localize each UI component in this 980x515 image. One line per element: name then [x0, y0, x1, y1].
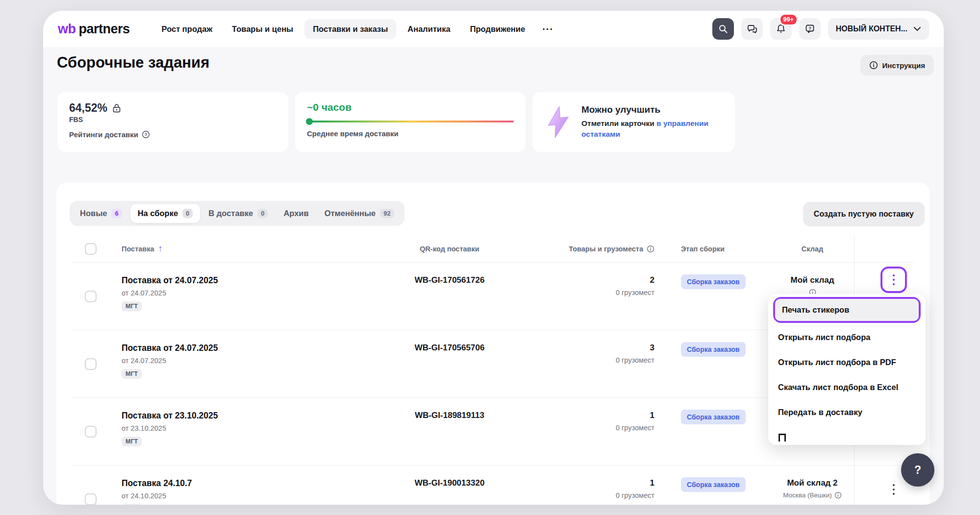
- supply-qr-code: WB-GI-189819113: [376, 398, 523, 465]
- warehouse-location: Москва (Вешки): [783, 491, 832, 499]
- row-actions-kebab-highlighted[interactable]: [880, 267, 907, 293]
- warehouse-name: Мой склад 2: [771, 478, 854, 488]
- support-button[interactable]: ?: [799, 18, 821, 40]
- lock-icon: [112, 103, 122, 114]
- tab-new[interactable]: Новые 6: [73, 204, 129, 223]
- tab-cancelled-count: 92: [380, 209, 394, 218]
- supply-title[interactable]: Поставка от 24.07.2025: [122, 275, 376, 286]
- column-qr: QR-код поставки: [376, 245, 523, 253]
- stage-badge: Сборка заказов: [681, 274, 746, 289]
- stat-cards: 64,52% FBS Рейтинги доставки ? ~0 часов …: [57, 92, 735, 152]
- nav-analytics[interactable]: Аналитика: [399, 19, 458, 39]
- page-title: Сборочные задания: [57, 54, 209, 72]
- info-circle-icon[interactable]: [834, 491, 842, 499]
- nav-more-button[interactable]: ···: [536, 18, 559, 40]
- chevron-down-icon: [913, 26, 921, 31]
- supply-title[interactable]: Поставка от 24.07.2025: [122, 343, 376, 353]
- row-checkbox[interactable]: [85, 291, 97, 302]
- chat-icon: [747, 24, 757, 34]
- delivery-time-scale: [307, 121, 514, 123]
- wb-partners-logo[interactable]: wbpartners: [58, 22, 130, 37]
- sort-asc-icon[interactable]: ↑: [158, 244, 163, 254]
- svg-text:?: ?: [808, 26, 811, 31]
- floating-help-button[interactable]: ?: [901, 453, 934, 487]
- nav-sales-growth[interactable]: Рост продаж: [153, 19, 221, 39]
- delivery-time-caption: Среднее время доставки: [307, 129, 399, 138]
- row-actions-kebab[interactable]: [880, 476, 907, 503]
- info-circle-icon: [869, 61, 878, 70]
- menu-item-download-picklist-excel[interactable]: Скачать лист подбора в Excel: [768, 375, 926, 400]
- tab-assembling[interactable]: На сборке 0: [130, 204, 201, 223]
- question-circle-icon[interactable]: ?: [142, 130, 150, 139]
- menu-item-transfer-to-delivery[interactable]: Передать в доставку: [768, 400, 926, 425]
- goods-count: 2: [523, 275, 654, 285]
- tab-cancelled[interactable]: Отменённые 92: [317, 204, 402, 223]
- goods-count: 3: [523, 343, 654, 353]
- improve-title: Можно улучшить: [581, 104, 719, 115]
- scale-marker-dot: [306, 118, 313, 125]
- select-all-checkbox[interactable]: [85, 243, 97, 255]
- create-empty-supply-button[interactable]: Создать пустую поставку: [803, 202, 925, 226]
- tab-archive[interactable]: Архив: [276, 204, 316, 223]
- improve-text: Отметили карточки: [581, 119, 656, 127]
- row-checkbox[interactable]: [85, 426, 97, 438]
- mgt-tag: МГТ: [122, 301, 142, 311]
- supply-title[interactable]: Поставка 24.10.7: [122, 478, 376, 489]
- column-stage: Этап сборки: [675, 245, 771, 253]
- info-circle-icon[interactable]: [647, 245, 654, 253]
- supply-date: от 24.10.2025: [122, 492, 376, 500]
- stage-badge: Сборка заказов: [681, 342, 746, 357]
- cargo-count: 0 грузомест: [523, 289, 654, 296]
- cargo-count: 0 грузомест: [523, 424, 654, 432]
- instruction-button[interactable]: Инструкция: [860, 55, 934, 75]
- menu-item-open-picklist-pdf[interactable]: Открыть лист подбора в PDF: [768, 350, 926, 375]
- supply-qr-code: WB-GI-170561726: [376, 263, 523, 330]
- nav-goods-prices[interactable]: Товары и цены: [224, 19, 302, 39]
- column-goods: Товары и грузоместа: [523, 245, 675, 253]
- main-nav: Рост продаж Товары и цены Поставки и зак…: [153, 18, 560, 40]
- supply-title[interactable]: Поставка от 23.10.2025: [122, 411, 376, 421]
- topbar: wbpartners Рост продаж Товары и цены Пос…: [43, 11, 944, 47]
- mgt-tag: МГТ: [122, 437, 142, 446]
- nav-promotion[interactable]: Продвижение: [462, 19, 534, 39]
- menu-item-clipped-fragment: [779, 434, 786, 441]
- cargo-count: 0 грузомест: [523, 491, 654, 499]
- help-bubble-icon: ?: [804, 24, 815, 34]
- menu-item-print-stickers-highlighted[interactable]: Печать стикеров: [773, 297, 921, 323]
- account-name: НОВЫЙ КОНТЕН...: [836, 25, 907, 33]
- delivery-time-value: ~0 часов: [307, 101, 514, 113]
- search-button[interactable]: [712, 18, 734, 40]
- stage-badge: Сборка заказов: [681, 410, 746, 424]
- column-supply[interactable]: Поставка ↑: [109, 244, 376, 254]
- improvement-card: Можно улучшить Отметили карточки в управ…: [532, 92, 735, 152]
- tab-in-delivery[interactable]: В доставке 0: [201, 204, 275, 223]
- supply-date: от 23.10.2025: [122, 424, 376, 432]
- logo-wb: wb: [58, 22, 76, 37]
- rating-scheme: FBS: [69, 116, 276, 123]
- supply-qr-code: WB-GI-170565706: [376, 330, 523, 397]
- tab-assembling-count: 0: [182, 209, 193, 218]
- delivery-rating-card: 64,52% FBS Рейтинги доставки ?: [57, 92, 288, 152]
- chats-button[interactable]: [741, 18, 763, 40]
- mgt-tag: МГТ: [122, 369, 142, 379]
- supply-date: от 24.07.2025: [122, 289, 376, 297]
- mgt-tag: МГТ: [122, 504, 142, 505]
- account-selector[interactable]: НОВЫЙ КОНТЕН...: [828, 18, 929, 40]
- rating-caption: Рейтинги доставки: [69, 130, 138, 139]
- column-warehouse: Склад: [771, 245, 854, 253]
- cargo-count: 0 грузомест: [523, 356, 654, 364]
- goods-count: 1: [523, 478, 654, 488]
- row-checkbox[interactable]: [85, 493, 97, 505]
- menu-item-open-picklist[interactable]: Открыть лист подбора: [768, 325, 926, 350]
- nav-supplies-orders[interactable]: Поставки и заказы: [304, 19, 396, 39]
- instruction-label: Инструкция: [882, 61, 925, 70]
- search-icon: [718, 24, 728, 34]
- app-window: wbpartners Рост продаж Товары и цены Пос…: [43, 11, 944, 505]
- table-row: Поставка 24.10.7 от 24.10.2025 МГТ WB-GI…: [72, 466, 914, 505]
- status-tabs: Новые 6 На сборке 0 В доставке 0 Архив О…: [70, 201, 404, 226]
- supply-date: от 24.07.2025: [122, 357, 376, 365]
- row-checkbox[interactable]: [85, 358, 97, 370]
- tab-in-delivery-count: 0: [257, 209, 268, 218]
- supply-qr-code: WB-GI-190013320: [376, 466, 523, 505]
- notifications-button[interactable]: 99+: [770, 18, 792, 40]
